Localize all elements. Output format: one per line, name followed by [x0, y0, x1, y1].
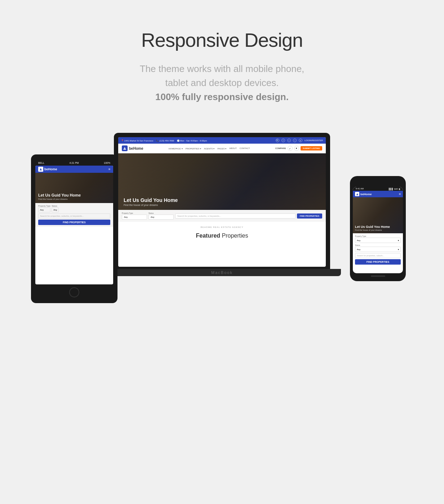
tablet-status-bar: BELL 4:21 PM 100%	[35, 160, 113, 166]
twitter-icon[interactable]: t	[287, 139, 291, 142]
tablet-search-input[interactable]: Search for properties, suburbs, or keywo…	[38, 213, 110, 219]
tablet-menu-icon[interactable]: ≡	[108, 167, 110, 171]
site-topbar: 📍 1441 Market St San Francisco 📞 (123) 4…	[118, 137, 326, 144]
tablet-device: BELL 4:21 PM 100% beHome ≡	[31, 154, 117, 303]
tablet-find-button[interactable]: FIND PROPERTIES	[38, 220, 110, 225]
property-type-select[interactable]: Any	[122, 215, 147, 220]
tablet-property-group: Property Type Any	[38, 205, 50, 212]
phone-logo-text: beHome	[360, 193, 372, 196]
tablet-battery: 100%	[104, 162, 110, 164]
subtitle-line2: tablet and desktop devices.	[165, 77, 279, 88]
wishlist-icon[interactable]: ♥	[294, 146, 299, 151]
property-type-group: Property Type Any	[122, 212, 147, 220]
nav-homepage[interactable]: HOMEPAGE ▾	[169, 147, 183, 150]
svg-marker-1	[40, 168, 42, 170]
compare-icon[interactable]: ✓	[288, 146, 293, 151]
tablet-hero-subtitle: Find the house of your dreams	[38, 198, 110, 200]
phone-property-select[interactable]: Any ▾	[355, 238, 401, 243]
instagram-icon[interactable]: i	[293, 139, 297, 142]
phone-body: 9:41 AM ▌▌▌ WiFi ▮ beHome ≡	[350, 176, 406, 281]
tablet-status-label: Status	[52, 205, 59, 207]
nav-contact[interactable]: CONTACT	[240, 147, 250, 150]
phone-status-bar: 9:41 AM ▌▌▌ WiFi ▮	[353, 187, 403, 191]
page-title: Responsive Design	[140, 29, 305, 51]
agency-label: BEHOME REAL ESTATE AGENCY	[118, 222, 326, 233]
phone-status-select[interactable]: Any ▾	[355, 247, 401, 252]
tablet-logo: beHome	[38, 167, 57, 172]
macbook-label: MacBook	[211, 270, 233, 275]
tablet-carrier: BELL	[38, 162, 44, 164]
topbar-left: 📍 1441 Market St San Francisco 📞 (123) 4…	[121, 139, 207, 142]
page-subtitle: The theme works with all mobile phone, t…	[140, 62, 305, 104]
phone-search: Property Type Any ▾ Status Any ▾ Search …	[353, 233, 403, 266]
tablet-logo-icon	[38, 167, 43, 172]
logo-text: beHome	[129, 147, 143, 150]
hero-title: Let Us Guid You Home	[124, 197, 320, 203]
topbar-right: 🔍 f t i p LOGIN/REGISTER	[276, 139, 323, 142]
tablet-topbar: beHome ≡	[35, 166, 113, 173]
compare-area: COMPARE ✓ ♥ SUBMIT LISTING	[275, 146, 322, 151]
svg-marker-0	[123, 147, 126, 150]
tablet-property-select[interactable]: Any	[38, 207, 50, 212]
featured-bold: Properties	[222, 233, 248, 239]
phone-search-input[interactable]: Search for properties, suburb...	[355, 253, 401, 258]
search-bar: Property Type Any Status Any Search for …	[118, 210, 326, 222]
nav-properties[interactable]: PROPERTIES ▾	[186, 147, 201, 150]
phone-notch	[367, 180, 389, 185]
tablet-hero-title: Let Us Guid You Home	[38, 193, 110, 197]
tablet-time: 4:21 PM	[70, 162, 79, 164]
phone-screen: 9:41 AM ▌▌▌ WiFi ▮ beHome ≡	[353, 187, 403, 273]
laptop-screen: 📍 1441 Market St San Francisco 📞 (123) 4…	[118, 137, 326, 267]
phone-home-indicator	[371, 275, 385, 277]
search-input[interactable]: Search for properties, suburbs, or keywo…	[175, 213, 296, 219]
tablet-property-label: Property Type	[38, 205, 50, 207]
header-section: Responsive Design The theme works with a…	[140, 29, 305, 104]
page-wrapper: Responsive Design The theme works with a…	[0, 0, 444, 349]
phone-topbar: beHome ≡	[353, 191, 403, 197]
tablet-home-button[interactable]	[69, 287, 79, 297]
property-type-label: Property Type	[122, 212, 147, 214]
phone-find-button[interactable]: FIND PROPERTIES	[355, 259, 401, 265]
login-link[interactable]: LOGIN/REGISTER	[305, 139, 323, 141]
status-label: Status	[148, 212, 174, 214]
phone-logo-icon	[355, 192, 359, 196]
phone-hero-subtitle: Find the house of your dreams	[355, 229, 401, 231]
phone-logo: beHome	[355, 192, 372, 196]
chevron-down-icon: ▾	[398, 239, 399, 242]
hero-subtitle: Find the house of your dreams	[124, 204, 320, 206]
nav-links: HOMEPAGE ▾ PROPERTIES ▾ AGENTS ▾ PAGES ▾…	[169, 147, 250, 150]
laptop-body: 📍 1441 Market St San Francisco 📞 (123) 4…	[114, 133, 330, 269]
search-icon[interactable]: 🔍	[276, 139, 279, 142]
laptop-base: MacBook	[103, 269, 341, 276]
facebook-icon[interactable]: f	[281, 139, 285, 142]
phone-hero-title: Let Us Guid You Home	[355, 225, 401, 229]
phone-menu-icon[interactable]: ≡	[399, 192, 401, 196]
featured-normal: Featured	[196, 233, 221, 239]
phone-hero-text: Let Us Guid You Home Find the house of y…	[353, 223, 403, 233]
phone-status-label: Status	[355, 244, 401, 246]
tablet-body: BELL 4:21 PM 100% beHome ≡	[31, 154, 117, 303]
nav-pages[interactable]: PAGES ▾	[217, 147, 226, 150]
submit-listing-button[interactable]: SUBMIT LISTING	[301, 146, 322, 150]
find-properties-button[interactable]: FIND PROPERTIES	[297, 213, 322, 219]
subtitle-bold: 100% fully responsive design.	[155, 91, 289, 102]
site-logo: beHome	[122, 145, 143, 151]
tablet-status-select[interactable]: Any	[52, 207, 59, 212]
logo-icon	[122, 145, 128, 151]
tablet-hero-text: Let Us Guid You Home Find the house of y…	[35, 190, 113, 203]
status-select[interactable]: Any	[148, 215, 174, 220]
tablet-status-group: Status Any	[52, 205, 59, 212]
status-group: Status Any	[148, 212, 174, 220]
tablet-search: Property Type Any Status Any Search for …	[35, 203, 113, 227]
tablet-search-row: Property Type Any Status Any	[38, 205, 110, 212]
pinterest-icon[interactable]: p	[299, 139, 302, 142]
nav-about[interactable]: ABOUT	[229, 147, 237, 150]
site-navbar: beHome HOMEPAGE ▾ PROPERTIES ▾ AGENTS ▾ …	[118, 144, 326, 153]
tablet-screen: beHome ≡ Let Us Guid You Home Find the h…	[35, 166, 113, 284]
topbar-phone: 📞 (123) 456-7890	[156, 139, 174, 142]
compare-text[interactable]: COMPARE	[275, 147, 286, 149]
tablet-logo-text: beHome	[44, 167, 57, 171]
site-hero: Let Us Guid You Home Find the house of y…	[118, 153, 326, 222]
nav-agents[interactable]: AGENTS ▾	[204, 147, 214, 150]
tablet-hero: Let Us Guid You Home Find the house of y…	[35, 173, 113, 227]
